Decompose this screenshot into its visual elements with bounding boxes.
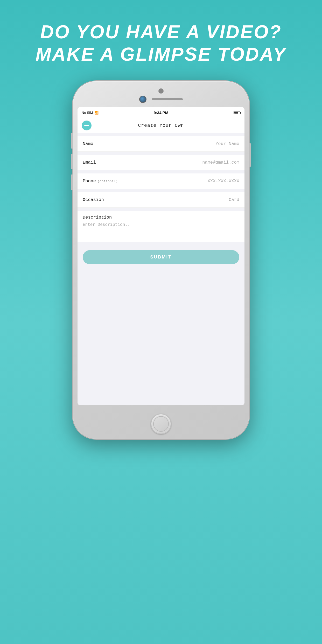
camera-top-dot — [158, 88, 164, 94]
phone-placeholder: XXX-XXX-XXXX — [118, 179, 239, 184]
form-row-occasion[interactable]: Occasion Card — [78, 192, 244, 208]
form-row-name[interactable]: Name Your Name — [78, 136, 244, 152]
form-divider-1 — [78, 152, 244, 155]
nav-bar: Create Your Own — [78, 118, 244, 133]
front-camera-icon — [139, 96, 146, 103]
header-text: DO YOU HAVE A VIDEO? MAKE A GLIMPSE TODA… — [36, 0, 286, 81]
form-row-description[interactable]: Description Enter Description.. — [78, 211, 244, 242]
occasion-label: Occasion — [83, 197, 114, 202]
form-divider-top — [78, 133, 244, 136]
form-divider-5 — [78, 242, 244, 245]
phone-label-text: Phone — [83, 179, 96, 184]
speaker-bar — [152, 98, 183, 100]
status-left: No SIM 📶 — [82, 111, 99, 115]
form-divider-4 — [78, 208, 244, 211]
form-divider-3 — [78, 189, 244, 192]
battery-icon — [234, 111, 240, 114]
phone-top — [139, 88, 183, 103]
carrier-text: No SIM — [82, 111, 93, 115]
email-label: Email — [83, 160, 114, 165]
header-line1: DO YOU HAVE A VIDEO? — [36, 21, 286, 43]
hamburger-line-3 — [84, 127, 89, 127]
form-divider-2 — [78, 170, 244, 173]
status-bar: No SIM 📶 9:34 PM — [78, 107, 244, 118]
email-placeholder: name@gmail.com — [114, 160, 239, 165]
home-button[interactable] — [151, 414, 171, 434]
submit-area: SUBMIT — [78, 245, 244, 269]
phone-screen: No SIM 📶 9:34 PM — [78, 107, 244, 405]
phone-shell: No SIM 📶 9:34 PM — [73, 81, 249, 439]
phone-wrapper: No SIM 📶 9:34 PM — [73, 81, 249, 439]
status-time: 9:34 PM — [154, 110, 169, 115]
nav-title: Create Your Own — [138, 123, 184, 128]
form-row-phone[interactable]: Phone(optional) XXX-XXX-XXXX — [78, 173, 244, 189]
occasion-placeholder: Card — [114, 197, 239, 202]
menu-button[interactable] — [82, 121, 92, 130]
hamburger-line-2 — [84, 125, 89, 126]
home-button-inner — [153, 416, 169, 432]
hamburger-lines — [84, 124, 89, 127]
phone-label: Phone(optional) — [83, 179, 118, 184]
status-right — [234, 111, 240, 114]
form-content: Name Your Name Email name@gmail.com Phon… — [78, 133, 244, 269]
description-label: Description — [83, 215, 239, 220]
hamburger-line-1 — [84, 124, 89, 124]
header-line2: MAKE A GLIMPSE TODAY — [36, 43, 286, 65]
name-label: Name — [83, 141, 114, 146]
form-row-email[interactable]: Email name@gmail.com — [78, 155, 244, 170]
phone-optional-text: (optional) — [97, 179, 118, 183]
phone-top-row — [139, 96, 183, 103]
name-placeholder: Your Name — [114, 141, 239, 146]
submit-button[interactable]: SUBMIT — [83, 250, 239, 264]
wifi-icon: 📶 — [94, 111, 99, 115]
description-placeholder: Enter Description.. — [83, 222, 239, 227]
battery-fill — [234, 112, 238, 114]
